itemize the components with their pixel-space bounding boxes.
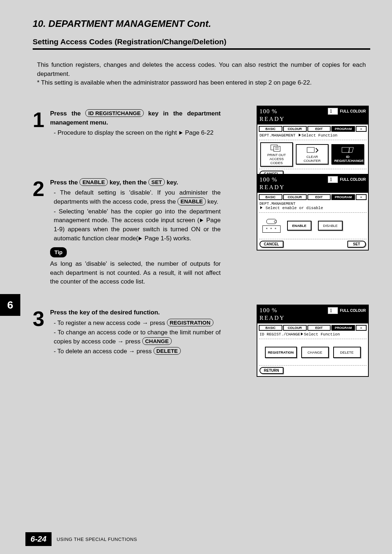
access-code-field: ＊＊＊: [262, 225, 281, 233]
tab-basic[interactable]: BASIC: [259, 325, 282, 331]
page-ref-icon: [179, 131, 183, 135]
screen-dept-management: 100 % 1 FULL COLOUR READY BASIC COLOUR E…: [257, 106, 369, 180]
print-out-access-codes-button[interactable]: PRINT OUT ACCESS CODES: [260, 142, 293, 167]
tab-program[interactable]: PROGRAM: [331, 325, 355, 331]
ready-label: READY: [260, 184, 366, 191]
step3-heading: Press the key of the desired function.: [50, 308, 221, 317]
chevron-right-icon: [301, 333, 303, 335]
breadcrumb: ID REGIST./CHANGESelect Function: [257, 331, 368, 337]
clear-counter-button[interactable]: CLEAR COUNTER: [296, 144, 328, 164]
key-icon: [266, 219, 277, 224]
step3-bullet2: - To change an access code or to change …: [54, 328, 221, 346]
delete-key: DELETE: [154, 347, 181, 355]
tab-extra-icon[interactable]: ≡: [356, 126, 367, 132]
colour-mode: FULL COLOUR: [340, 309, 366, 313]
tab-basic[interactable]: BASIC: [259, 194, 282, 200]
change-button[interactable]: CHANGE: [301, 347, 329, 358]
disable-button[interactable]: DISABLE: [318, 221, 343, 231]
breadcrumb: DEPT.MANAGEMENT Select Function: [257, 133, 368, 138]
colour-mode: FULL COLOUR: [340, 109, 366, 113]
enable-key: ENABLE: [79, 178, 108, 186]
screen-id-regist-change: 100 % 1 FULL COLOUR READY BASIC COLOUR E…: [257, 305, 369, 377]
step-number-1: 1: [33, 111, 47, 128]
tab-edit[interactable]: EDIT: [307, 126, 331, 132]
step2-bullet1: - The default setting is 'disable'. If y…: [54, 188, 221, 206]
colour-mode: FULL COLOUR: [340, 178, 366, 182]
zoom-percent: 100 %: [260, 108, 277, 115]
zoom-percent: 100 %: [260, 176, 277, 183]
svg-rect-5: [342, 147, 349, 152]
chevron-right-icon: [299, 134, 301, 137]
tip-text: As long as 'disable' is selected, the nu…: [50, 260, 221, 286]
id-regist-change-button[interactable]: ID REGIST./CHANGE: [331, 144, 364, 164]
copy-count: 1: [328, 108, 338, 115]
step2-heading: Press the ENABLE key, then the SET key.: [50, 178, 221, 187]
page-number: 6-24: [25, 532, 52, 546]
set-button[interactable]: SET: [347, 241, 366, 248]
page-footer: 6-24 USING THE SPECIAL FUNCTIONS: [0, 532, 137, 546]
copy-count: 1: [328, 176, 338, 183]
delete-button[interactable]: DELETE: [333, 347, 361, 358]
tab-colour[interactable]: COLOUR: [283, 126, 307, 132]
tip-badge: Tip: [50, 247, 67, 257]
chapter-title: 10. DEPARTMENT MANAGEMENT Cont.: [33, 18, 370, 29]
tab-extra-icon[interactable]: ≡: [356, 325, 367, 331]
step1-heading: Press the ID REGIST/CHANGE key in the de…: [50, 109, 221, 127]
section-title: Setting Access Codes (Registration/Chang…: [33, 37, 370, 46]
tab-colour[interactable]: COLOUR: [283, 194, 307, 200]
ready-label: READY: [260, 315, 366, 321]
key-icon-group: ＊＊＊: [262, 219, 281, 233]
step1-bullet: - Procedure to display the screen on the…: [54, 129, 221, 138]
breadcrumb: DEPT.MANAGEMENT Select enable or disable: [257, 201, 368, 211]
ready-label: READY: [260, 116, 366, 122]
registration-button[interactable]: REGISTRATION: [265, 347, 297, 358]
step3-bullet1: - To register a new access code → press …: [54, 319, 221, 328]
zoom-percent: 100 %: [260, 307, 277, 314]
page-ref-icon: [200, 219, 203, 222]
set-key: SET: [148, 178, 165, 186]
step2-bullet2: - Selecting 'enable' has the copier go i…: [54, 207, 221, 243]
section-divider: [33, 48, 370, 50]
chevron-right-icon: [260, 206, 262, 209]
tab-colour[interactable]: COLOUR: [283, 325, 307, 331]
step3-bullet3: - To delete an access code → press DELET…: [54, 347, 221, 356]
tab-program[interactable]: PROGRAM: [331, 126, 355, 132]
enable-key-inline: ENABLE: [177, 197, 206, 205]
copy-count: 1: [328, 307, 338, 314]
registration-key: REGISTRATION: [167, 319, 213, 327]
footer-text: USING THE SPECIAL FUNCTIONS: [57, 537, 137, 542]
tab-basic[interactable]: BASIC: [259, 126, 282, 132]
step-number-3: 3: [33, 310, 47, 327]
change-key: CHANGE: [142, 337, 172, 345]
intro-text: This function registers, changes and del…: [33, 61, 370, 87]
page-ref-icon: [139, 237, 142, 240]
return-button[interactable]: RETURN: [260, 367, 283, 374]
svg-rect-4: [307, 147, 314, 152]
svg-rect-1: [274, 146, 280, 151]
tab-program[interactable]: PROGRAM: [331, 194, 355, 200]
cancel-button[interactable]: CANCEL: [260, 241, 283, 248]
tab-edit[interactable]: EDIT: [307, 194, 331, 200]
id-regist-change-key: ID REGIST/CHANGE: [85, 109, 143, 117]
tab-edit[interactable]: EDIT: [307, 325, 331, 331]
step-number-2: 2: [33, 180, 47, 197]
enable-button[interactable]: ENABLE: [287, 221, 311, 231]
tab-extra-icon[interactable]: ≡: [356, 194, 367, 200]
screen-enable-disable: 100 % 1 FULL COLOUR READY BASIC COLOUR E…: [257, 174, 369, 250]
